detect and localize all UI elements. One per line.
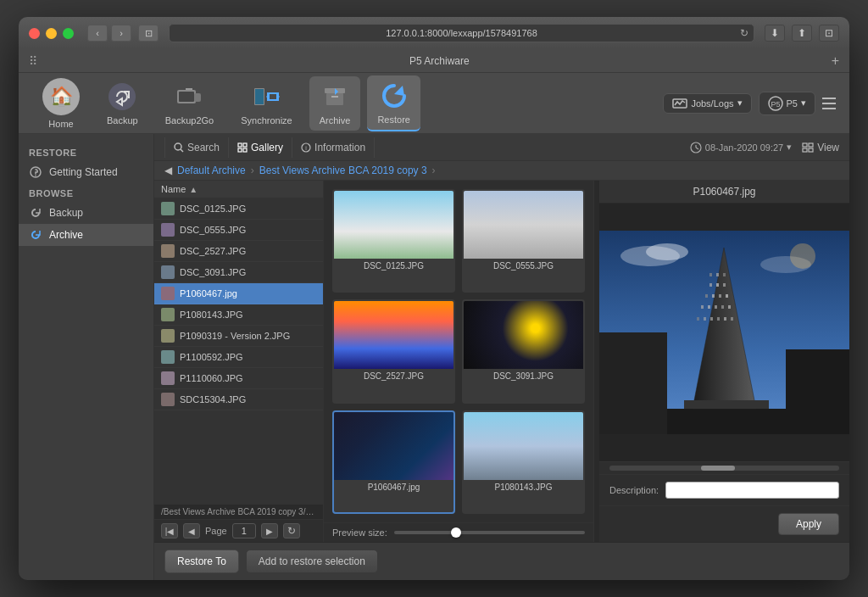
- apply-button[interactable]: Apply: [778, 513, 839, 535]
- description-input[interactable]: [665, 482, 839, 499]
- sidebar-item-archive[interactable]: Archive: [19, 224, 153, 246]
- maximize-button[interactable]: [63, 28, 74, 39]
- gallery-item[interactable]: DSC_3091.JPG: [462, 299, 585, 403]
- next-page-button[interactable]: ▶: [261, 523, 278, 538]
- preview-slider-thumb: [451, 527, 461, 538]
- svg-rect-46: [715, 305, 717, 309]
- toolbar-right: Jobs/Logs ▾ P5 P5 ▾: [663, 92, 836, 115]
- file-item[interactable]: P1100592.JPG: [154, 347, 323, 368]
- backup2go-icon: [174, 81, 204, 112]
- tab-gallery[interactable]: Gallery: [229, 137, 292, 158]
- jobs-logs-button[interactable]: Jobs/Logs ▾: [663, 93, 751, 114]
- gallery-item[interactable]: DSC_2527.JPG: [332, 299, 455, 403]
- file-thumbnail: [161, 202, 175, 215]
- tab-information-label: Information: [314, 142, 365, 153]
- forward-nav-button[interactable]: ›: [111, 25, 131, 42]
- gallery-thumbnail-image: [334, 412, 453, 480]
- tab-information[interactable]: i Information: [292, 137, 375, 158]
- content-area: Search Gallery i Inform: [154, 134, 849, 580]
- download-icon[interactable]: ⬇: [765, 25, 785, 42]
- svg-rect-35: [716, 273, 719, 276]
- restore-tool[interactable]: Restore: [367, 75, 420, 131]
- synchronize-tool[interactable]: Synchronize: [231, 76, 303, 131]
- preview-size-slider[interactable]: [394, 531, 585, 534]
- file-list[interactable]: DSC_0125.JPGDSC_0555.JPGDSC_2527.JPGDSC_…: [154, 198, 323, 504]
- file-item[interactable]: P1080143.JPG: [154, 304, 323, 326]
- file-item[interactable]: P1060467.jpg: [154, 283, 323, 304]
- file-list-header: Name ▲: [154, 181, 323, 198]
- sidebar-item-getting-started[interactable]: Getting Started: [19, 161, 153, 183]
- gallery-item[interactable]: P1060467.jpg: [332, 410, 455, 514]
- svg-rect-54: [731, 317, 733, 321]
- svg-text:P5: P5: [771, 100, 780, 109]
- view-icon: [802, 142, 814, 153]
- gallery-item[interactable]: DSC_0555.JPG: [462, 189, 585, 293]
- page-input[interactable]: [232, 523, 256, 538]
- file-item[interactable]: SDC15304.JPG: [154, 389, 323, 410]
- file-path: /Best Views Archive BCA 2019 copy 3/P10: [154, 504, 323, 519]
- url-bar[interactable]: 127.0.0.1:8000/lexxapp/1578491768 ↻: [169, 24, 754, 42]
- file-name: P1060467.jpg: [180, 288, 237, 298]
- fullscreen-icon[interactable]: ⊡: [819, 25, 839, 42]
- file-item[interactable]: DSC_3091.JPG: [154, 262, 323, 283]
- file-item[interactable]: P1110060.JPG: [154, 368, 323, 389]
- svg-text:i: i: [305, 145, 307, 151]
- date-dropdown-icon[interactable]: ▾: [787, 142, 792, 153]
- search-icon: [174, 142, 184, 153]
- close-button[interactable]: [29, 28, 40, 39]
- gallery-grid[interactable]: DSC_0125.JPGDSC_0555.JPGDSC_2527.JPGDSC_…: [324, 181, 593, 522]
- share-icon[interactable]: ⬆: [792, 25, 812, 42]
- archive-sidebar-label: Archive: [49, 229, 83, 241]
- gallery-thumbnail: [334, 191, 453, 259]
- appbar: ⠿ P5 Archiware +: [19, 49, 849, 73]
- breadcrumb-best-views[interactable]: Best Views Archive BCA 2019 copy 3: [259, 165, 427, 176]
- refresh-icon[interactable]: ↻: [740, 27, 748, 39]
- file-name: SDC15304.JPG: [180, 394, 246, 405]
- archive-tool[interactable]: Archive: [309, 76, 361, 131]
- sidebar-item-backup[interactable]: Backup: [19, 202, 153, 224]
- back-nav-button[interactable]: ‹: [87, 25, 108, 42]
- svg-rect-38: [716, 283, 719, 287]
- svg-rect-16: [243, 143, 247, 147]
- gallery-item[interactable]: DSC_0125.JPG: [332, 189, 455, 293]
- p5-dropdown-icon: ▾: [801, 98, 806, 109]
- synchronize-icon: [251, 81, 281, 112]
- window-resize-button[interactable]: ⊡: [138, 25, 159, 42]
- gallery-footer: Preview size:: [324, 522, 593, 542]
- gallery-item-label: P1080143.JPG: [464, 480, 583, 494]
- archive-icon: [320, 81, 350, 112]
- backup-tool[interactable]: Backup: [97, 76, 148, 131]
- detail-scrollbar[interactable]: [609, 466, 839, 471]
- svg-rect-2: [179, 92, 194, 102]
- url-text: 127.0.0.1:8000/lexxapp/1578491768: [386, 28, 537, 38]
- breadcrumb-default-archive[interactable]: Default Archive: [177, 165, 246, 176]
- gallery-item[interactable]: P1080143.JPG: [462, 410, 585, 514]
- add-tab-button[interactable]: +: [832, 53, 839, 69]
- p5-label: P5: [787, 98, 798, 109]
- restore-to-button[interactable]: Restore To: [164, 550, 239, 573]
- backup2go-tool[interactable]: Backup2Go: [155, 76, 224, 131]
- view-button[interactable]: View: [802, 142, 839, 153]
- minimize-button[interactable]: [46, 28, 57, 39]
- file-item[interactable]: DSC_0555.JPG: [154, 220, 323, 241]
- gallery-thumbnail-image: [334, 191, 453, 259]
- breadcrumb-back-button[interactable]: ◀: [164, 165, 172, 176]
- file-item[interactable]: DSC_2527.JPG: [154, 241, 323, 262]
- backup-sidebar-label: Backup: [49, 207, 83, 219]
- app-title: P5 Archiware: [47, 55, 832, 67]
- main-content: RESTORE Getting Started BROWSE: [19, 134, 849, 580]
- traffic-lights: [29, 28, 74, 39]
- refresh-button[interactable]: ↻: [283, 523, 300, 538]
- add-to-restore-button[interactable]: Add to restore selection: [246, 550, 378, 573]
- prev-page-button[interactable]: ◀: [183, 523, 200, 538]
- file-item[interactable]: DSC_0125.JPG: [154, 198, 323, 220]
- grid-icon[interactable]: ⠿: [29, 54, 37, 68]
- home-tool[interactable]: 🏠 Home: [32, 73, 90, 134]
- clock-icon: [690, 142, 702, 153]
- jobs-logs-label: Jobs/Logs: [691, 98, 733, 109]
- p5-button[interactable]: P5 P5 ▾: [759, 92, 815, 115]
- first-page-button[interactable]: |◀: [161, 523, 178, 538]
- tab-search[interactable]: Search: [164, 137, 229, 158]
- file-item[interactable]: P1090319 - Version 2.JPG: [154, 326, 323, 347]
- menu-icon[interactable]: [822, 98, 836, 109]
